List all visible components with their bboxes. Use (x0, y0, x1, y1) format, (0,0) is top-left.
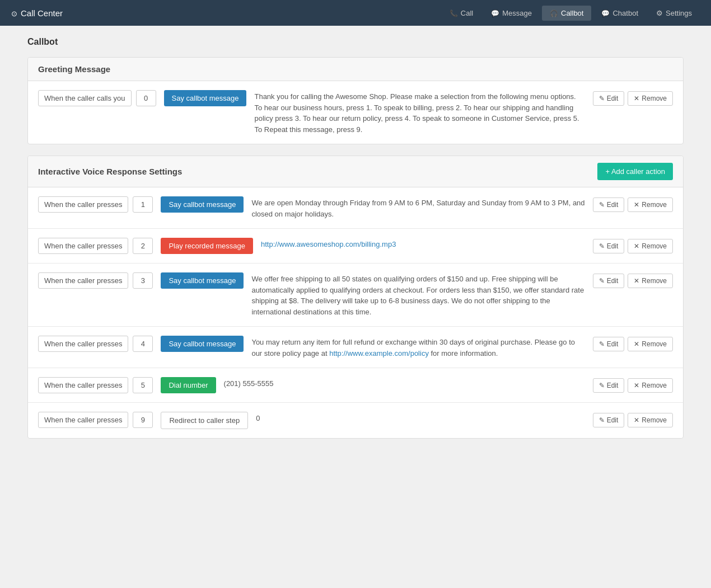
nav-message-label: Message (502, 9, 532, 17)
ivr-action-button-4[interactable]: Say callbot message (161, 336, 244, 352)
ivr-row-5: When the caller presses 5 Dial number (2… (28, 368, 683, 403)
greeting-card: Greeting Message When the caller calls y… (27, 57, 684, 144)
ivr-action-button-5[interactable]: Dial number (161, 377, 216, 393)
ivr-remove-button-2[interactable]: Remove (628, 239, 673, 253)
ivr-edit-button-1[interactable]: Edit (593, 197, 625, 212)
edit-icon (599, 242, 605, 250)
remove-icon (634, 340, 639, 348)
ivr-action-button-1[interactable]: Say callbot message (161, 196, 244, 213)
greeting-edit-button[interactable]: Edit (593, 91, 625, 106)
ivr-edit-button-3[interactable]: Edit (593, 274, 625, 288)
greeting-content: Thank you for calling the Awesome Shop. … (254, 90, 584, 135)
ivr-content-4: You may return any item for full refund … (251, 336, 584, 359)
top-navigation: Call Center Call Message Callbot Chatbot… (0, 0, 711, 26)
ivr-trigger-group-4: When the caller presses 4 (38, 336, 153, 352)
greeting-row-actions: Edit Remove (593, 90, 673, 106)
greeting-card-title: Greeting Message (38, 64, 110, 74)
remove-icon (634, 382, 639, 389)
greeting-row: When the caller calls you 0 Say callbot … (28, 81, 683, 144)
ivr-trigger-number-1: 1 (133, 196, 153, 213)
callcenter-icon (11, 8, 17, 18)
nav-message[interactable]: Message (483, 6, 540, 21)
remove-icon (634, 201, 639, 209)
ivr-trigger-label-1: When the caller presses (38, 196, 128, 213)
remove-icon (634, 277, 639, 285)
settings-icon (656, 9, 663, 17)
edit-icon (599, 340, 605, 348)
ivr-trigger-group-2: When the caller presses 2 (38, 238, 153, 254)
ivr-trigger-label-9: When the caller presses (38, 412, 128, 428)
nav-callbot[interactable]: Callbot (542, 6, 591, 21)
greeting-action-button[interactable]: Say callbot message (164, 90, 247, 106)
brand-label: Call Center (21, 8, 63, 18)
phone-icon (450, 9, 458, 17)
ivr-remove-button-1[interactable]: Remove (628, 197, 673, 212)
ivr-trigger-number-3: 3 (133, 272, 153, 289)
callbot-icon (550, 9, 558, 17)
ivr-row-9: When the caller presses 9 Redirect to ca… (28, 403, 683, 438)
ivr-content-link-4[interactable]: http://www.example.com/policy (329, 349, 429, 357)
ivr-content-4-after: for more information. (429, 349, 498, 357)
greeting-trigger-label: When the caller calls you (38, 90, 132, 106)
ivr-row-actions-1: Edit Remove (593, 196, 673, 212)
ivr-action-button-3[interactable]: Say callbot message (161, 272, 244, 289)
ivr-edit-button-5[interactable]: Edit (593, 378, 625, 393)
greeting-trigger-number: 0 (136, 90, 156, 106)
app-brand[interactable]: Call Center (11, 8, 63, 18)
edit-icon (599, 382, 605, 389)
edit-icon (599, 95, 605, 102)
ivr-row-actions-3: Edit Remove (593, 272, 673, 288)
edit-icon (599, 416, 605, 424)
greeting-trigger-group: When the caller calls you 0 (38, 90, 156, 106)
ivr-trigger-label-5: When the caller presses (38, 377, 128, 393)
message-icon (491, 9, 499, 17)
ivr-trigger-number-2: 2 (133, 238, 153, 254)
page-content: Callbot Greeting Message When the caller… (14, 26, 697, 461)
ivr-trigger-label-2: When the caller presses (38, 238, 128, 254)
edit-icon (599, 277, 605, 285)
ivr-row-actions-9: Edit Remove (593, 412, 673, 427)
remove-icon (634, 416, 639, 424)
nav-chatbot[interactable]: Chatbot (593, 6, 646, 21)
ivr-remove-button-3[interactable]: Remove (628, 274, 673, 288)
nav-call-label: Call (461, 9, 473, 17)
ivr-trigger-group-1: When the caller presses 1 (38, 196, 153, 213)
ivr-trigger-number-5: 5 (133, 377, 153, 393)
ivr-action-button-2[interactable]: Play recorded message (161, 238, 253, 254)
remove-icon (634, 95, 639, 102)
ivr-edit-button-2[interactable]: Edit (593, 239, 625, 253)
ivr-action-button-9[interactable]: Redirect to caller step (161, 412, 248, 429)
edit-icon (599, 201, 605, 209)
greeting-remove-button[interactable]: Remove (628, 91, 673, 106)
ivr-trigger-label-4: When the caller presses (38, 336, 128, 352)
nav-call[interactable]: Call (442, 6, 481, 21)
ivr-row-actions-5: Edit Remove (593, 377, 673, 393)
ivr-row-4: When the caller presses 4 Say callbot me… (28, 327, 683, 368)
ivr-trigger-label-3: When the caller presses (38, 272, 128, 289)
nav-chatbot-label: Chatbot (612, 9, 638, 17)
ivr-trigger-number-9: 9 (133, 412, 153, 428)
greeting-card-header: Greeting Message (28, 58, 683, 81)
ivr-trigger-group-3: When the caller presses 3 (38, 272, 153, 289)
nav-callbot-label: Callbot (561, 9, 583, 17)
ivr-edit-button-4[interactable]: Edit (593, 337, 625, 351)
nav-settings-label: Settings (666, 9, 692, 17)
ivr-row-actions-2: Edit Remove (593, 238, 673, 253)
nav-settings[interactable]: Settings (648, 6, 700, 21)
ivr-remove-button-4[interactable]: Remove (628, 337, 673, 351)
ivr-content-link-2[interactable]: http://www.awesomeshop.com/billing.mp3 (261, 240, 396, 248)
ivr-remove-button-9[interactable]: Remove (628, 413, 673, 427)
add-caller-action-button[interactable]: + Add caller action (597, 163, 673, 180)
ivr-edit-button-9[interactable]: Edit (593, 413, 625, 427)
ivr-card-title: Interactive Voice Response Settings (38, 167, 182, 176)
ivr-card-header: Interactive Voice Response Settings + Ad… (28, 156, 683, 187)
ivr-content-3: We offer free shipping to all 50 states … (251, 272, 584, 317)
ivr-remove-button-5[interactable]: Remove (628, 378, 673, 393)
ivr-trigger-group-5: When the caller presses 5 (38, 377, 153, 393)
ivr-row-2: When the caller presses 2 Play recorded … (28, 229, 683, 264)
page-title: Callbot (27, 37, 684, 47)
nav-links: Call Message Callbot Chatbot Settings (442, 6, 700, 21)
ivr-trigger-number-4: 4 (133, 336, 153, 352)
ivr-content-1: We are open Monday through Friday from 9… (251, 196, 584, 219)
ivr-row-1: When the caller presses 1 Say callbot me… (28, 187, 683, 229)
